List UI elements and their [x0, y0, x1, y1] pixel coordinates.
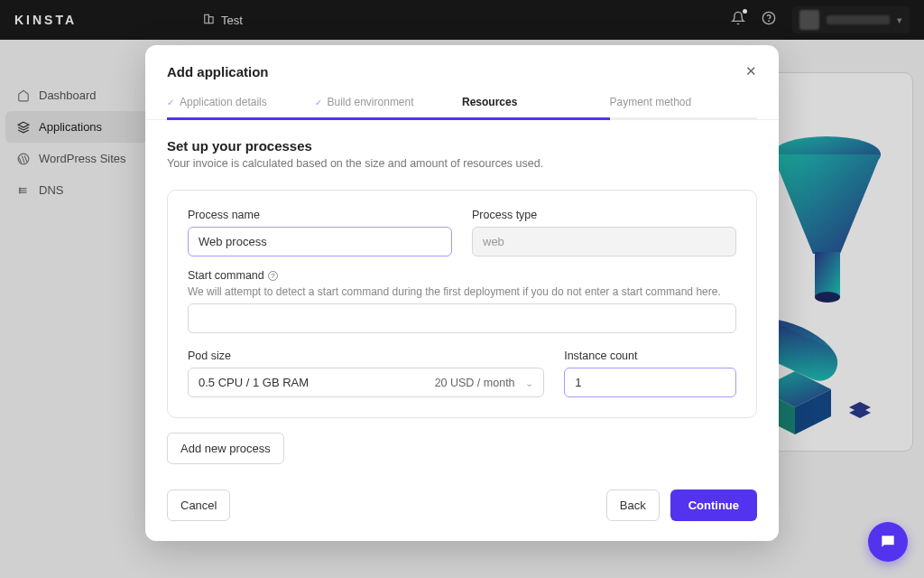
instance-count-input[interactable] [564, 368, 736, 397]
close-button[interactable]: ✕ [745, 63, 757, 79]
add-application-modal: Add application ✕ ✓ Application details … [145, 45, 779, 541]
step-resources[interactable]: Resources [462, 96, 610, 119]
step-application-details[interactable]: ✓ Application details [167, 96, 315, 119]
check-icon: ✓ [167, 98, 174, 107]
step-payment-method[interactable]: Payment method [610, 96, 758, 119]
check-icon: ✓ [315, 98, 322, 107]
back-button[interactable]: Back [606, 489, 660, 521]
process-name-input[interactable] [188, 227, 452, 256]
process-type-label: Process type [472, 209, 736, 221]
close-icon: ✕ [745, 63, 757, 79]
info-icon[interactable]: ? [268, 271, 278, 281]
process-form-card: Process name Process type Start command … [167, 190, 757, 418]
pod-size-price: 20 USD / month [435, 377, 515, 389]
cancel-button[interactable]: Cancel [167, 489, 230, 521]
instance-count-label: Instance count [564, 350, 736, 362]
modal-overlay: Add application ✕ ✓ Application details … [0, 0, 924, 578]
chat-icon [879, 533, 897, 551]
pod-size-label: Pod size [188, 350, 544, 362]
section-title: Set up your processes [167, 138, 757, 154]
start-command-help: We will attempt to detect a start comman… [188, 285, 736, 298]
step-label: Resources [462, 96, 517, 108]
step-label: Build environment [328, 96, 414, 108]
process-name-label: Process name [188, 209, 452, 221]
step-build-environment[interactable]: ✓ Build environment [315, 96, 463, 119]
modal-title: Add application [167, 64, 269, 79]
section-subtitle: Your invoice is calculated based on the … [167, 157, 757, 170]
chevron-down-icon: ⌄ [525, 378, 533, 388]
process-type-input [472, 227, 736, 256]
add-new-process-button[interactable]: Add new process [167, 433, 284, 464]
step-label: Application details [180, 96, 267, 108]
start-command-input[interactable] [188, 303, 736, 333]
start-command-label-text: Start command [188, 269, 264, 282]
start-command-label: Start command ? [188, 269, 736, 282]
stepper: ✓ Application details ✓ Build environmen… [145, 96, 779, 120]
chat-launcher[interactable] [868, 522, 908, 562]
step-label: Payment method [610, 96, 692, 108]
pod-size-select[interactable]: 0.5 CPU / 1 GB RAM 20 USD / month ⌄ [188, 368, 544, 397]
pod-size-selected: 0.5 CPU / 1 GB RAM [199, 376, 309, 389]
continue-button[interactable]: Continue [670, 489, 757, 521]
